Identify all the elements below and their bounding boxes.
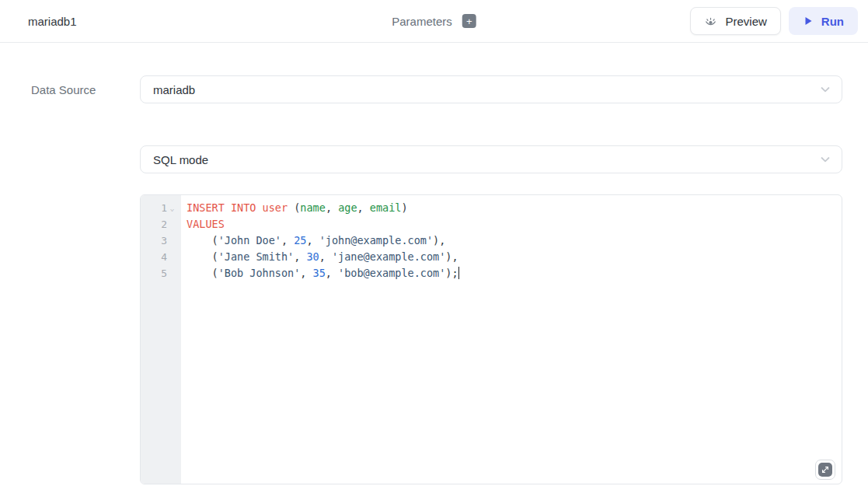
sql-code-editor[interactable]: 1⌄2⌄3⌄4⌄5⌄ INSERT INTO user (name, age, …: [140, 194, 842, 484]
parameters-section: Parameters +: [392, 0, 476, 42]
preview-button-label: Preview: [725, 15, 766, 28]
line-number: 4⌄: [141, 249, 181, 265]
code-line[interactable]: VALUES: [186, 216, 842, 233]
mode-value: SQL mode: [153, 153, 208, 166]
line-number: 5⌄: [141, 265, 181, 281]
code-line[interactable]: ('Jane Smith', 30, 'jane@example.com'),: [186, 249, 842, 265]
mode-select[interactable]: SQL mode: [140, 145, 842, 173]
add-parameter-button[interactable]: +: [462, 14, 476, 28]
parameters-label: Parameters: [392, 15, 452, 28]
line-number: 1⌄: [141, 200, 181, 216]
expand-icon: [818, 463, 832, 477]
code-line[interactable]: INSERT INTO user (name, age, email): [186, 200, 842, 216]
chevron-down-icon: [819, 153, 831, 166]
run-button-label: Run: [821, 15, 844, 28]
data-source-label: Data Source: [31, 83, 140, 96]
page-title: mariadb1: [28, 15, 77, 28]
data-source-select[interactable]: mariadb: [140, 75, 842, 103]
line-number: 2⌄: [141, 216, 181, 233]
chevron-down-icon: [819, 83, 831, 96]
eye-icon: [704, 15, 717, 28]
editor-code[interactable]: INSERT INTO user (name, age, email)VALUE…: [181, 195, 842, 484]
plus-icon: +: [466, 16, 472, 26]
code-line[interactable]: ('Bob Johnson', 35, 'bob@example.com');: [186, 265, 842, 281]
fold-chevron-icon[interactable]: ⌄: [167, 200, 177, 216]
header-actions: Preview Run: [690, 7, 858, 35]
top-bar: mariadb1 Parameters + Preview Run: [0, 0, 868, 43]
text-cursor: [458, 267, 460, 279]
expand-editor-button[interactable]: [815, 460, 835, 480]
code-line[interactable]: ('John Doe', 25, 'john@example.com'),: [186, 233, 842, 249]
query-form: Data Source mariadb SQL mode 1⌄2⌄3⌄4⌄5⌄ …: [0, 43, 868, 484]
run-button[interactable]: Run: [789, 7, 858, 35]
play-icon: [803, 16, 814, 26]
preview-button[interactable]: Preview: [690, 7, 780, 35]
editor-gutter: 1⌄2⌄3⌄4⌄5⌄: [141, 195, 181, 484]
line-number: 3⌄: [141, 233, 181, 249]
data-source-value: mariadb: [153, 83, 195, 96]
